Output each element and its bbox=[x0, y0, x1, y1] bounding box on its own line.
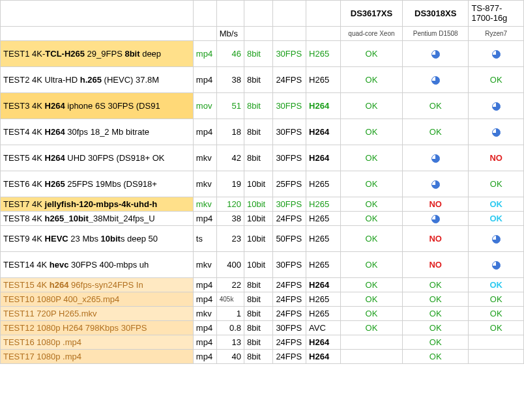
codec-cell: H265 bbox=[306, 292, 341, 307]
fps-cell: 30FPS bbox=[273, 41, 306, 67]
test-description: TEST14 4K hevc 30FPS 400-mbps uh bbox=[1, 252, 194, 278]
table-row: TEST15 4K h264 96fps-syn24FPS Inmp4228bi… bbox=[1, 278, 524, 292]
model-3-cpu: Ryzen7 bbox=[469, 27, 524, 41]
codec-cell: H265 bbox=[306, 197, 341, 212]
table-row: TEST1 4K-TCL-H265 29_9FPS 8bit deepmp446… bbox=[1, 41, 524, 67]
codec-cell: H265 bbox=[306, 171, 341, 197]
test-description: TEST16 1080p .mp4 bbox=[1, 335, 194, 350]
status-ok: OK bbox=[402, 350, 468, 364]
test-description: TEST12 1080p H264 798Kbps 30FPS bbox=[1, 321, 194, 335]
mbps-cell: 405k bbox=[216, 292, 244, 307]
bitdepth-cell: 8bit bbox=[244, 307, 273, 321]
partial-icon bbox=[431, 76, 440, 85]
ext-cell: mp4 bbox=[193, 350, 216, 364]
mbps-cell: 22 bbox=[216, 278, 244, 292]
codec-cell: H264 bbox=[306, 335, 341, 350]
table-row: TEST8 4K h265_10bit_38Mbit_24fps_Ump4381… bbox=[1, 212, 524, 226]
status-partial bbox=[402, 41, 468, 67]
bitdepth-cell: 10bit bbox=[244, 212, 273, 226]
status-ok: OK bbox=[469, 171, 524, 197]
fps-cell: 30FPS bbox=[273, 321, 306, 335]
bitdepth-cell: 8bit bbox=[244, 335, 273, 350]
status-empty bbox=[469, 335, 524, 350]
test-description: TEST9 4K HEVC 23 Mbs 10bits deep 50 bbox=[1, 226, 194, 252]
bitdepth-cell: 8bit bbox=[244, 119, 273, 145]
header-row-models: DS3617XS DS3018XS TS-877-1700-16g bbox=[1, 1, 524, 27]
codec-test-table: DS3617XS DS3018XS TS-877-1700-16g Mb/s q… bbox=[0, 0, 524, 364]
model-2-cpu: Pentium D1508 bbox=[402, 27, 468, 41]
table-row: TEST6 4K H265 25FPS 19Mbs (DS918+ mkv191… bbox=[1, 171, 524, 197]
fps-cell: 24FPS bbox=[273, 335, 306, 350]
status-partial bbox=[469, 41, 524, 67]
partial-icon bbox=[492, 235, 501, 244]
status-ok: OK bbox=[340, 197, 402, 212]
test-description: TEST15 4K h264 96fps-syn24FPS In bbox=[1, 278, 194, 292]
ext-cell: mkv bbox=[193, 171, 216, 197]
status-ok: OK bbox=[469, 197, 524, 212]
status-ok: OK bbox=[469, 67, 524, 93]
codec-cell: H265 bbox=[306, 41, 341, 67]
test-description: TEST5 4K H264 UHD 30FPS (DS918+ OK bbox=[1, 145, 194, 171]
test-description: TEST10 1080P 400_x265.mp4 bbox=[1, 292, 194, 307]
status-ok: OK bbox=[402, 321, 468, 335]
mbps-cell: 1 bbox=[216, 307, 244, 321]
ext-cell: mp4 bbox=[193, 335, 216, 350]
status-ok: OK bbox=[340, 226, 402, 252]
status-ok: OK bbox=[340, 252, 402, 278]
test-description: TEST6 4K H265 25FPS 19Mbs (DS918+ bbox=[1, 171, 194, 197]
codec-cell: H264 bbox=[306, 145, 341, 171]
ext-cell: mkv bbox=[193, 145, 216, 171]
status-partial bbox=[402, 171, 468, 197]
fps-cell: 30FPS bbox=[273, 252, 306, 278]
test-description: TEST11 720P H265.mkv bbox=[1, 307, 194, 321]
codec-cell: H265 bbox=[306, 212, 341, 226]
bitdepth-cell: 10bit bbox=[244, 197, 273, 212]
status-ok: OK bbox=[469, 292, 524, 307]
table-row: TEST14 4K hevc 30FPS 400-mbps uhmkv40010… bbox=[1, 252, 524, 278]
codec-cell: H264 bbox=[306, 278, 341, 292]
status-partial bbox=[469, 252, 524, 278]
status-partial bbox=[402, 145, 468, 171]
status-no: NO bbox=[469, 145, 524, 171]
status-partial bbox=[469, 93, 524, 119]
status-ok: OK bbox=[469, 321, 524, 335]
status-no: NO bbox=[402, 226, 468, 252]
fps-cell: 24FPS bbox=[273, 350, 306, 364]
ext-cell: mkv bbox=[193, 307, 216, 321]
status-ok: OK bbox=[402, 335, 468, 350]
status-partial bbox=[469, 226, 524, 252]
status-ok: OK bbox=[469, 212, 524, 226]
partial-icon bbox=[492, 261, 501, 270]
fps-cell: 24FPS bbox=[273, 67, 306, 93]
mbps-cell: 13 bbox=[216, 335, 244, 350]
fps-cell: 50FPS bbox=[273, 226, 306, 252]
status-ok: OK bbox=[340, 41, 402, 67]
table-row: TEST5 4K H264 UHD 30FPS (DS918+ OKmkv428… bbox=[1, 145, 524, 171]
ext-cell: mp4 bbox=[193, 278, 216, 292]
status-no: NO bbox=[402, 252, 468, 278]
status-empty bbox=[340, 350, 402, 364]
test-description: TEST17 1080p .mp4 bbox=[1, 350, 194, 364]
codec-cell: H264 bbox=[306, 93, 341, 119]
codec-cell: H265 bbox=[306, 252, 341, 278]
fps-cell: 30FPS bbox=[273, 197, 306, 212]
status-ok: OK bbox=[402, 119, 468, 145]
status-ok: OK bbox=[402, 292, 468, 307]
status-partial bbox=[402, 67, 468, 93]
mbps-cell: 18 bbox=[216, 119, 244, 145]
mbps-cell: 23 bbox=[216, 226, 244, 252]
status-ok: OK bbox=[402, 307, 468, 321]
table-row: TEST16 1080p .mp4mp4138bit24FPSH264OK bbox=[1, 335, 524, 350]
blank-cell bbox=[1, 1, 194, 27]
mbps-cell: 51 bbox=[216, 93, 244, 119]
fps-cell: 25FPS bbox=[273, 171, 306, 197]
status-partial bbox=[402, 212, 468, 226]
fps-cell: 24FPS bbox=[273, 212, 306, 226]
status-partial bbox=[469, 119, 524, 145]
fps-cell: 24FPS bbox=[273, 307, 306, 321]
bitdepth-cell: 8bit bbox=[244, 67, 273, 93]
fps-cell: 24FPS bbox=[273, 278, 306, 292]
status-ok: OK bbox=[340, 278, 402, 292]
test-description: TEST8 4K h265_10bit_38Mbit_24fps_U bbox=[1, 212, 194, 226]
ext-cell: mp4 bbox=[193, 67, 216, 93]
